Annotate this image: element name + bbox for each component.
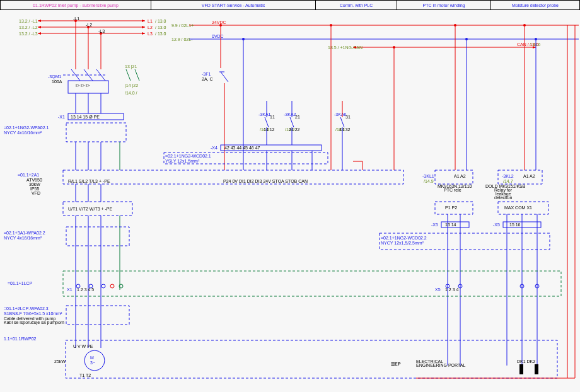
- svg-text:-X5: -X5: [493, 222, 500, 227]
- svg-marker-4: [142, 26, 145, 28]
- svg-text:/ 13.0: / 13.0: [155, 19, 166, 23]
- svg-point-135: [454, 24, 456, 26]
- svg-point-56: [219, 24, 222, 26]
- svg-text:U   V   W   PE: U V W PE: [73, 344, 93, 349]
- svg-text:X5: X5: [435, 287, 441, 292]
- svg-text:T1        T2: T1 T2: [79, 373, 91, 378]
- svg-text:-X5: -X5: [431, 222, 438, 227]
- svg-marker-8: [38, 32, 41, 35]
- svg-text:/ 13.0: / 13.0: [155, 32, 166, 36]
- svg-text:ATV650: ATV650: [26, 178, 42, 182]
- svg-text:P1  P2: P1 P2: [445, 205, 457, 210]
- terminal-X5: -X513 14 -X515 16 =02.1+1NG2-WCD02.2 NYC…: [380, 222, 550, 250]
- svg-text:-X4: -X4: [211, 146, 218, 150]
- svg-text:13  14: 13 14: [445, 222, 456, 227]
- schematic-canvas: 13.2 / -L1 13.2 / -L2 13.2 / -L3 L1/ 13.…: [0, 0, 580, 392]
- motor: 1.1+01.1RWP02 M3~ 25kW U V W PE T1 T2 DK…: [4, 337, 557, 378]
- svg-text:1.1+01.1RWP02: 1.1+01.1RWP02: [4, 337, 37, 341]
- svg-text:-L1: -L1: [73, 16, 79, 21]
- svg-text:30kW: 30kW: [29, 182, 40, 187]
- svg-line-100: [290, 117, 294, 127]
- svg-text:I>   I>   I>: I> I> I>: [76, 83, 90, 88]
- svg-text:MAX  COM  X1: MAX COM X1: [504, 205, 532, 210]
- svg-line-50: [126, 69, 130, 81]
- svg-text:IP55: IP55: [30, 187, 40, 191]
- svg-point-177: [102, 284, 105, 288]
- svg-text:=02.1+3A1-WPA02.2: =02.1+3A1-WPA02.2: [4, 231, 45, 235]
- svg-text:=01.1+2LCP-WPA02.3: =01.1+2LCP-WPA02.3: [4, 306, 49, 311]
- svg-text:31: 31: [345, 115, 351, 119]
- svg-text:=02.1+1NG2-WCD02.1: =02.1+1NG2-WCD02.1: [165, 154, 211, 158]
- svg-text:-3KL1: -3KL1: [422, 174, 434, 178]
- svg-text:-X1: -X1: [58, 115, 65, 119]
- svg-text:L3: L3: [148, 32, 153, 36]
- svg-text:18.5 / +1NG-CAN: 18.5 / +1NG-CAN: [328, 45, 362, 50]
- svg-point-92: [330, 24, 332, 26]
- relay-KL1: -3KL1/14.9 MK9163N.12/110 PTC rele A1 A2…: [422, 24, 473, 366]
- breaker-3QM1: -3QM1 100A I> I> I> 13 |21 |14 |22 /14.0…: [48, 64, 139, 113]
- svg-marker-3: [142, 20, 145, 22]
- svg-text:13 |21: 13 |21: [125, 64, 137, 69]
- pump-cable: =01.1+2LCP-WPA02.3 S1BN8-F 7G6+5x1.5 x10…: [4, 306, 129, 325]
- svg-text:ENGINEERING PORTAL: ENGINEERING PORTAL: [416, 363, 465, 367]
- svg-text:13.2 / -L3: 13.2 / -L3: [19, 32, 38, 36]
- svg-text:12.9 / 02L-: 12.9 / 02L-: [171, 37, 193, 42]
- svg-text:A1  A2: A1 A2: [454, 174, 466, 178]
- svg-text:100A: 100A: [52, 79, 62, 84]
- svg-text:13  14  15  Ø  PE: 13 14 15 Ø PE: [71, 115, 100, 119]
- svg-text:24 22: 24 22: [289, 127, 300, 132]
- svg-text:=01.1+2A1: =01.1+2A1: [18, 173, 39, 177]
- svg-text:13.2 / -L1: 13.2 / -L1: [19, 19, 38, 23]
- svg-text:42    43    44    45    46    : 42 43 44 45 46 47: [224, 146, 260, 150]
- svg-point-90: [242, 38, 245, 40]
- svg-text:detection: detection: [494, 195, 513, 200]
- svg-point-151: [523, 24, 526, 26]
- svg-point-153: [535, 38, 537, 40]
- svg-line-93: [265, 117, 269, 127]
- svg-rect-200: [535, 364, 538, 374]
- lcp-box: =01.1+1LCP X1 1 2 3 4 5 X5 1 2 3 4: [8, 271, 561, 296]
- svg-rect-199: [519, 364, 523, 374]
- svg-point-137: [465, 38, 468, 40]
- svg-rect-192: [66, 340, 557, 378]
- svg-text:P24   0V   DI1   DI2   DI3   2: P24 0V DI1 DI2 DI3 24V STOA STOB CAN: [223, 179, 308, 183]
- svg-text:-3KA6: -3KA6: [334, 112, 347, 117]
- svg-text:L1: L1: [148, 19, 153, 23]
- relay-KL2: -3KL2/14.7 DOLD MK9151/KSB Relay for lea…: [485, 24, 548, 366]
- svg-text:L2: L2: [148, 25, 153, 30]
- svg-text:=01.1+1LCP: =01.1+1LCP: [8, 281, 33, 285]
- svg-text:/ 13.0: / 13.0: [155, 25, 166, 30]
- svg-text:R/L1  S/L2  T/L3  +  -PE: R/L1 S/L2 T/L3 + -PE: [68, 179, 110, 183]
- svg-text:-3KL2: -3KL2: [502, 174, 514, 178]
- svg-text:PTC rele: PTC rele: [444, 188, 461, 192]
- svg-line-107: [340, 117, 344, 127]
- svg-text:0VDC: 0VDC: [212, 34, 224, 38]
- svg-text:25kW: 25kW: [54, 359, 66, 364]
- svg-text:-L3: -L3: [98, 29, 105, 33]
- svg-text:NYCY 4x16/16mm²: NYCY 4x16/16mm²: [4, 130, 42, 135]
- svg-marker-5: [142, 32, 145, 35]
- svg-text:34 32: 34 32: [339, 127, 351, 132]
- control-contacts: -3KA1/14.2 1114 12 -3KA2/14.2 2124 22 -3…: [242, 24, 395, 170]
- cable-wpa022: =02.1+3A1-WPA02.2 NYCY 4x16/16mm²: [4, 227, 129, 246]
- svg-text:VFD: VFD: [32, 191, 40, 195]
- dc-can-bus: 24VDC 0VDC 9.9 / 02L1+ 12.9 / 02L- 18.5 …: [171, 20, 579, 50]
- svg-text:M: M: [90, 355, 94, 360]
- svg-text:=02.1+1NG2-WPA02.1: =02.1+1NG2-WPA02.1: [4, 125, 49, 130]
- svg-text:15  16: 15 16: [509, 222, 521, 227]
- svg-point-118: [393, 46, 395, 49]
- svg-text:2A, C: 2A, C: [202, 77, 213, 81]
- svg-text:DK1  DK2: DK1 DK2: [517, 359, 535, 364]
- svg-text:-3F1: -3F1: [202, 72, 211, 76]
- svg-text:21: 21: [295, 115, 300, 119]
- svg-text:-3QM1: -3QM1: [48, 74, 62, 79]
- svg-line-51: [135, 69, 139, 81]
- eep-logo: ☰EP ELECTRICAL ENGINEERING PORTAL: [391, 359, 465, 367]
- svg-rect-65: [66, 123, 126, 142]
- svg-text:U/T1  V/T2  W/T3  +  -PE: U/T1 V/T2 W/T3 + -PE: [68, 207, 113, 211]
- svg-text:NYCY 4x16/16mm²: NYCY 4x16/16mm²: [4, 236, 42, 240]
- vfd-block: =01.1+2A1 ATV650 30kW IP55 VFD R/L1 S/L2…: [18, 142, 403, 348]
- svg-text:=02.1+1NG2-WCD02.2: =02.1+1NG2-WCD02.2: [381, 236, 427, 240]
- svg-marker-6: [38, 20, 41, 22]
- svg-text:-L2: -L2: [86, 23, 92, 27]
